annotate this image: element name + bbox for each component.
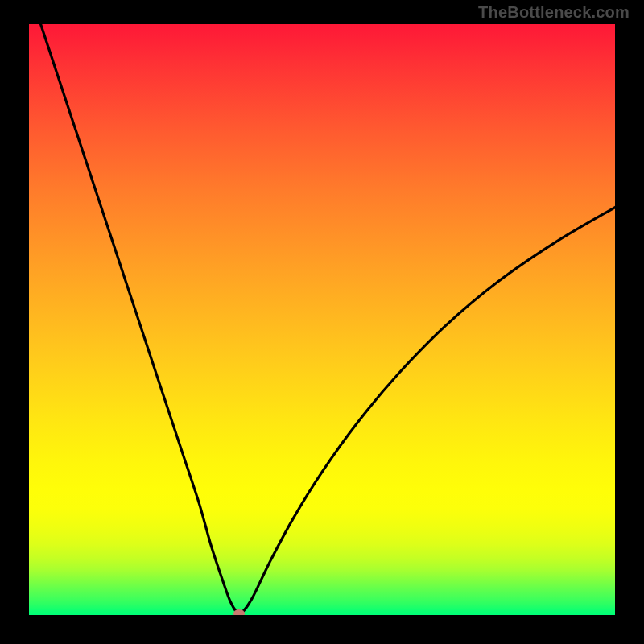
minimum-marker bbox=[233, 609, 245, 615]
plot-area bbox=[29, 24, 615, 615]
bottleneck-curve bbox=[29, 24, 615, 615]
watermark-text: TheBottleneck.com bbox=[478, 3, 630, 22]
chart-frame: TheBottleneck.com bbox=[0, 0, 644, 644]
